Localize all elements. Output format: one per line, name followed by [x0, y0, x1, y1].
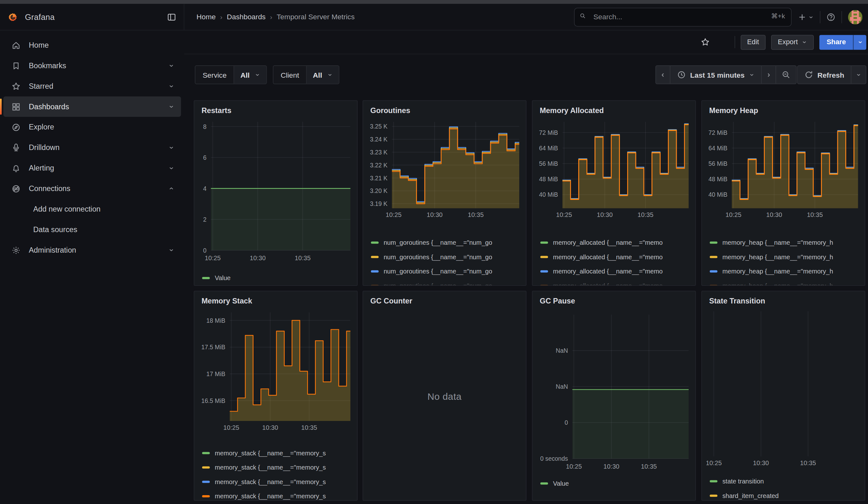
legend-item[interactable]: Value — [202, 271, 353, 286]
legend-series-marker — [202, 452, 210, 454]
legend-series-label: memory_allocated {__name__="memo — [553, 268, 662, 275]
time-forward-button[interactable] — [762, 66, 776, 84]
panel-title[interactable]: Restarts — [199, 105, 353, 117]
legend-item[interactable]: memory_allocated {__name__="memo — [540, 250, 691, 264]
sidebar-item-drilldown[interactable]: Drilldown — [3, 137, 181, 158]
chevron-down-icon — [168, 63, 174, 69]
sidebar-item-home[interactable]: Home — [3, 35, 181, 55]
legend-series-marker — [371, 241, 379, 244]
breadcrumb-home[interactable]: Home — [197, 13, 216, 21]
svg-text:18 MiB: 18 MiB — [206, 317, 225, 324]
bookmark-icon — [8, 61, 24, 70]
legend-item[interactable]: memory_allocated {__name__="memo — [540, 235, 691, 250]
svg-text:72 MiB: 72 MiB — [709, 130, 727, 136]
breadcrumb-dashboards[interactable]: Dashboards — [227, 13, 266, 21]
divider — [841, 11, 842, 23]
legend-item[interactable]: memory_heap {__name__="memory_h — [710, 235, 860, 250]
sidebar-item-starred[interactable]: Starred — [3, 76, 181, 96]
svg-text:0: 0 — [203, 247, 206, 254]
export-button[interactable]: Export — [771, 35, 814, 50]
refresh-button[interactable]: Refresh — [798, 66, 851, 84]
search-input[interactable] — [574, 8, 792, 27]
sidebar-item-bookmarks[interactable]: Bookmarks — [3, 55, 181, 76]
legend-series-label: state transition — [723, 478, 764, 485]
panel-title[interactable]: Memory Heap — [706, 105, 860, 117]
time-back-button[interactable] — [656, 66, 670, 84]
legend-series-label: num_goroutines {__name__="num_go — [383, 239, 492, 246]
legend-series-marker — [540, 241, 548, 244]
time-range-picker[interactable]: Last 15 minutes — [670, 66, 762, 84]
panel-title[interactable]: GC Counter — [368, 296, 522, 308]
panel-title[interactable]: State Transition — [706, 296, 860, 308]
zoom-out-button[interactable] — [776, 66, 796, 84]
svg-text:0 seconds: 0 seconds — [540, 455, 568, 462]
add-button[interactable] — [798, 12, 814, 21]
panel-title[interactable]: GC Pause — [537, 296, 691, 308]
share-dropdown-button[interactable] — [853, 35, 866, 50]
legend-item[interactable]: memory_stack {__name__="memory_s — [202, 489, 353, 501]
compass-icon — [8, 123, 24, 131]
memory-allocated-chart: 10:2510:3010:3540 MiB48 MiB56 MiB64 MiB7… — [537, 117, 692, 220]
sidebar-collapse-icon[interactable] — [167, 12, 176, 21]
legend-item[interactable]: memory_heap {__name__="memory_h — [710, 278, 860, 286]
svg-text:10:25: 10:25 — [566, 463, 582, 470]
legend-item[interactable]: num_goroutines {__name__="num_go — [371, 235, 521, 250]
user-avatar[interactable] — [848, 10, 862, 24]
chevron-down-icon — [168, 83, 174, 89]
search-icon — [579, 12, 586, 18]
legend-item[interactable]: memory_heap {__name__="memory_h — [710, 264, 860, 279]
refresh-interval-button[interactable] — [851, 66, 866, 84]
client-filter-label: Client — [273, 66, 307, 84]
sidebar-item-administration[interactable]: Administration — [3, 240, 181, 260]
svg-text:0: 0 — [565, 419, 568, 426]
sidebar-item-label: Explore — [29, 123, 54, 131]
service-filter-label: Service — [195, 66, 234, 84]
grafana-logo-icon[interactable] — [8, 12, 17, 21]
sidebar-item-dashboards[interactable]: Dashboards — [3, 96, 181, 117]
svg-text:56 MiB: 56 MiB — [539, 161, 558, 167]
legend-item[interactable]: memory_stack {__name__="memory_s — [202, 460, 353, 475]
svg-text:10:35: 10:35 — [301, 424, 317, 431]
svg-text:10:35: 10:35 — [638, 212, 653, 218]
sidebar-item-label: Bookmarks — [29, 62, 66, 70]
grid-icon — [8, 102, 24, 111]
legend-item[interactable]: memory_stack {__name__="memory_s — [202, 446, 353, 460]
legend-item[interactable]: memory_heap {__name__="memory_h — [710, 250, 860, 264]
legend-item[interactable]: num_goroutines {__name__="num_go — [371, 264, 521, 279]
time-range-label: Last 15 minutes — [690, 71, 745, 79]
svg-text:10:30: 10:30 — [427, 212, 443, 218]
client-filter-value[interactable]: All — [307, 66, 339, 84]
legend-series-label: memory_stack {__name__="memory_s — [215, 493, 326, 500]
legend-item[interactable]: state transition — [710, 474, 860, 488]
svg-text:10:30: 10:30 — [603, 463, 619, 470]
legend-item[interactable]: memory_allocated {__name__="memo — [540, 264, 691, 279]
home-icon — [8, 41, 24, 50]
panel-title[interactable]: Memory Allocated — [537, 105, 691, 117]
sidebar-item-alerting[interactable]: Alerting — [3, 158, 181, 178]
svg-text:10:35: 10:35 — [807, 212, 823, 218]
legend-item[interactable]: Value — [540, 476, 691, 491]
share-button[interactable]: Share — [819, 35, 853, 50]
sidebar-item-add-new-connection[interactable]: Add new connection — [3, 199, 181, 219]
legend-series-label: memory_stack {__name__="memory_s — [215, 464, 326, 471]
sidebar-item-data-sources[interactable]: Data sources — [3, 219, 181, 240]
sidebar: HomeBookmarksStarredDashboardsExploreDri… — [0, 30, 184, 504]
sidebar-item-explore[interactable]: Explore — [3, 117, 181, 137]
legend-item[interactable]: num_goroutines {__name__="num_go — [371, 278, 521, 286]
help-icon[interactable] — [826, 12, 835, 21]
navbar-left: Grafana — [0, 4, 184, 30]
panel-title[interactable]: Memory Stack — [199, 296, 353, 308]
panel-title[interactable]: Goroutines — [368, 105, 522, 117]
star-favorite-icon[interactable] — [701, 38, 710, 47]
legend-series-marker — [710, 480, 717, 483]
service-filter-value[interactable]: All — [235, 66, 266, 84]
sidebar-item-label: Drilldown — [29, 143, 59, 152]
legend-item[interactable]: memory_allocated {__name__="memo — [540, 278, 691, 286]
service-filter: Service All — [195, 65, 267, 84]
edit-button[interactable]: Edit — [741, 35, 766, 50]
legend-series-label: memory_heap {__name__="memory_h — [723, 268, 833, 275]
legend-item[interactable]: memory_stack {__name__="memory_s — [202, 475, 353, 489]
legend-item[interactable]: shard_item_created — [710, 488, 860, 501]
sidebar-item-connections[interactable]: Connections — [3, 178, 181, 199]
legend-item[interactable]: num_goroutines {__name__="num_go — [371, 250, 521, 264]
